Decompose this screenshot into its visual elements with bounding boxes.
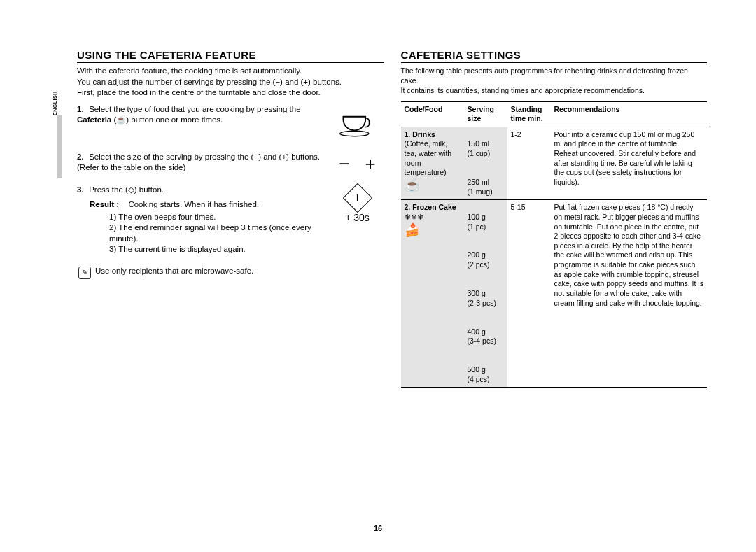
result-item: 1) The oven beeps four times. (109, 212, 322, 223)
code-title: 1. Drinks (405, 130, 435, 139)
left-heading: USING THE CAFETERIA FEATURE (77, 49, 384, 63)
svg-point-0 (340, 131, 368, 136)
right-column: CAFETERIA SETTINGS The following table p… (401, 49, 708, 388)
intro-line: First, place the food in the centre of t… (77, 87, 384, 99)
minus-icon: − (339, 155, 349, 173)
code-desc: ❄❄❄ (405, 213, 424, 221)
serving: 500 g (4 pcs) (468, 365, 490, 383)
cafeteria-word: Cafeteria (77, 115, 111, 124)
plus-30s-label: + 30s (345, 213, 370, 222)
th-standing: Standing time min. (507, 101, 551, 127)
note-text: Use only recipients that are microwave-s… (95, 267, 253, 275)
recommendation: Put flat frozen cake pieces (-18 °C) dir… (551, 200, 708, 388)
right-heading: CAFETERIA SETTINGS (401, 49, 708, 63)
start-icon: I + 30s (332, 185, 384, 222)
plus-icon: + (365, 155, 376, 173)
serving: 100 g (1 pc) (468, 213, 486, 231)
step-1: 1. Select the type of food that you are … (77, 104, 384, 141)
intro-line: You can adjust the number of servings by… (77, 77, 384, 88)
serving: 300 g (2-3 pcs) (468, 289, 496, 307)
standing-time: 1-2 (507, 127, 551, 199)
th-rec: Recommendations (551, 101, 708, 127)
step1-text-a: Select the type of food that you are coo… (89, 105, 300, 113)
th-code: Code/Food (401, 101, 464, 127)
step-number: 3. (77, 185, 87, 196)
right-intro: The following table presents auto progra… (401, 66, 708, 85)
settings-table: Code/Food Serving size Standing time min… (401, 101, 708, 388)
step2-text: Select the size of the serving by pressi… (77, 153, 320, 172)
serving: 150 ml (1 cup) (468, 139, 491, 157)
page-number: 16 (0, 524, 756, 532)
step-2: 2. Select the size of the serving by pre… (77, 152, 384, 174)
step-3: 3. Press the (◇) button. Result : Cookin… (77, 185, 384, 255)
standing-time: 5-15 (507, 200, 551, 388)
note-icon: ✎ (78, 267, 91, 279)
code-title: 2. Frozen Cake (405, 203, 456, 211)
note: ✎ Use only recipients that are microwave… (77, 267, 384, 279)
serving: 250 ml (1 mug) (468, 178, 493, 196)
result-label: Result : (90, 200, 119, 208)
step1-text-b: (☕) button one or more times. (111, 115, 223, 124)
left-column: USING THE CAFETERIA FEATURE With the caf… (77, 49, 384, 388)
table-row: 2. Frozen Cake ❄❄❄ 🍰 100 g (1 pc) 200 g … (401, 200, 708, 388)
serving: 200 g (2 pcs) (468, 250, 490, 269)
th-serving: Serving size (464, 101, 507, 127)
step-number: 1. (77, 104, 87, 115)
result-lead: Cooking starts. When it has finished. (128, 200, 259, 208)
result-item: 2) The end reminder signal will beep 3 t… (109, 222, 322, 244)
code-desc: (Coffee, milk, tea, water with room temp… (405, 139, 452, 176)
coffee-icon: ☕ (405, 178, 420, 192)
cake-icon: 🍰 (405, 223, 420, 237)
intro-line: With the cafeteria feature, the cooking … (77, 66, 384, 77)
step3-text: Press the (◇) button. (89, 185, 164, 194)
serving: 400 g (3-4 pcs) (468, 327, 496, 346)
coffee-icon (332, 104, 384, 141)
result-item: 3) The current time is displayed again. (109, 244, 322, 255)
step-number: 2. (77, 152, 87, 163)
recommendation: Pour into a ceramic cup 150 ml or mug 25… (551, 127, 708, 199)
table-row: 1. Drinks (Coffee, milk, tea, water with… (401, 127, 708, 199)
right-intro: It contains its quantities, standing tim… (401, 85, 708, 95)
